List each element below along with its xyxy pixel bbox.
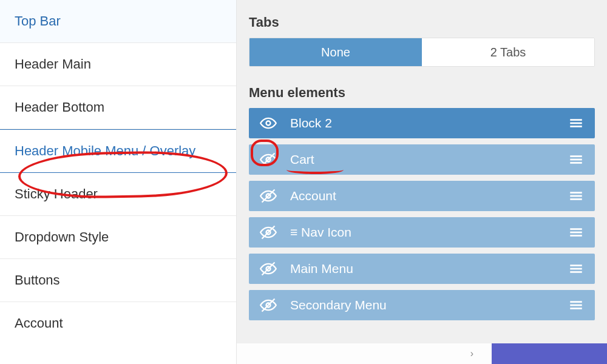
sidebar-item-account[interactable]: Account [0, 302, 236, 345]
sidebar: Top Bar Header Main Header Bottom Header… [0, 0, 237, 364]
svg-point-0 [266, 121, 271, 126]
tabs-selector: None 2 Tabs [249, 38, 595, 67]
eye-hidden-icon[interactable] [260, 224, 277, 241]
drag-handle-icon[interactable] [568, 261, 584, 277]
eye-visible-icon[interactable] [260, 115, 277, 132]
sidebar-item-header-mobile-menu[interactable]: Header Mobile Menu / Overlay [0, 129, 236, 173]
drag-handle-icon[interactable] [568, 115, 584, 131]
element-row-account[interactable]: Account [249, 181, 595, 211]
sidebar-item-label: Header Main [15, 56, 91, 72]
sidebar-item-label: Header Bottom [15, 99, 104, 115]
sidebar-item-top-bar[interactable]: Top Bar [0, 0, 236, 43]
element-label: Account [290, 189, 568, 203]
sidebar-item-label: Header Mobile Menu / Overlay [15, 143, 195, 158]
sidebar-item-header-main[interactable]: Header Main [0, 43, 236, 86]
drag-handle-icon[interactable] [568, 152, 584, 167]
tab-none[interactable]: None [249, 38, 422, 66]
element-label: Block 2 [290, 116, 568, 130]
element-row-block-2[interactable]: Block 2 [249, 108, 595, 138]
eye-hidden-icon[interactable] [260, 187, 277, 204]
element-label: Secondary Menu [290, 298, 568, 312]
menu-elements-list: Block 2 Cart Account [249, 108, 595, 364]
eye-hidden-icon[interactable] [260, 297, 277, 314]
bottom-nav[interactable]: › [237, 343, 492, 364]
element-row-main-menu[interactable]: Main Menu [249, 254, 595, 284]
element-label: ≡ Nav Icon [290, 225, 568, 240]
drag-handle-icon[interactable] [568, 188, 584, 204]
element-label: Cart [290, 152, 568, 167]
sidebar-item-label: Account [15, 315, 63, 331]
sidebar-item-dropdown-style[interactable]: Dropdown Style [0, 216, 236, 259]
drag-handle-icon[interactable] [568, 297, 584, 313]
sidebar-item-label: Top Bar [15, 13, 61, 29]
menu-elements-heading: Menu elements [249, 85, 595, 101]
tab-label: 2 Tabs [490, 46, 526, 59]
customizer-app: Top Bar Header Main Header Bottom Header… [0, 0, 607, 364]
eye-hidden-icon[interactable] [260, 151, 277, 168]
element-label: Main Menu [290, 261, 568, 276]
chevron-right-icon: › [470, 348, 473, 359]
eye-hidden-icon[interactable] [260, 260, 277, 277]
settings-pane: Tabs None 2 Tabs Menu elements Block 2 C… [237, 0, 607, 364]
tabs-heading: Tabs [249, 15, 595, 30]
sidebar-item-buttons[interactable]: Buttons [0, 259, 236, 302]
tab-2tabs[interactable]: 2 Tabs [422, 38, 594, 66]
drag-handle-icon[interactable] [568, 224, 584, 240]
element-row-nav-icon[interactable]: ≡ Nav Icon [249, 217, 595, 248]
element-row-secondary-menu[interactable]: Secondary Menu [249, 290, 595, 320]
element-row-cart[interactable]: Cart [249, 144, 595, 175]
sidebar-item-label: Sticky Header [15, 186, 98, 201]
sidebar-item-sticky-header[interactable]: Sticky Header [0, 173, 236, 216]
sidebar-item-label: Dropdown Style [15, 229, 109, 244]
tab-label: None [321, 46, 350, 59]
bottom-bar: › [237, 343, 607, 364]
sidebar-item-header-bottom[interactable]: Header Bottom [0, 86, 236, 129]
bottom-publish-area[interactable] [492, 343, 607, 364]
sidebar-item-label: Buttons [15, 272, 60, 288]
